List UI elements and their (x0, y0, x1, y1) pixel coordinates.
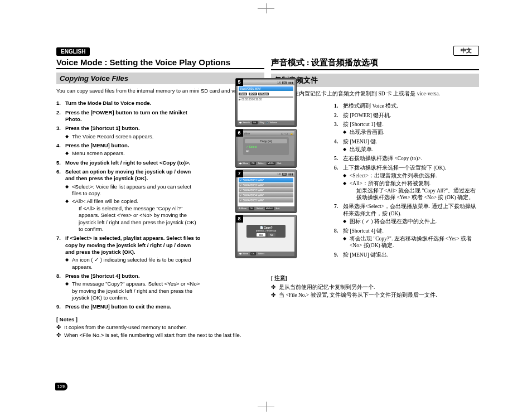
file-row: ✓ SWAV0001.WAV (239, 178, 293, 182)
steps-cn: 把模式调到 Voice 模式. 按 [POWER] 键开机. 按 [Shortc… (334, 103, 479, 258)
step-5: Move the joystick left / right to select… (56, 160, 201, 166)
subtitle-en: Copying Voice Files (56, 73, 264, 84)
notes-en: It copies from the currently-used memory… (56, 324, 264, 339)
shot-number: 8 (235, 215, 243, 223)
shot-number: 5 (235, 78, 243, 86)
intro-en: You can copy saved files from the intern… (56, 88, 264, 94)
no-button: No (268, 233, 275, 237)
lang-badge-en: ENGLISH (56, 47, 90, 56)
step-6: 上下拨动操纵杆来选择一个设置按下 (OK). <Select>：出现音频文件列表… (334, 165, 479, 201)
device-screenshots: 5 🎤 1/6 IN ▮▮▮ SWAV0001.WAV Mono 8KHz 64… (235, 78, 297, 258)
copy-menu: Copy (to) ✓ Select All (243, 137, 289, 155)
crop-mark-top (258, 3, 274, 13)
notes-head-en: [ Notes ] (56, 316, 264, 322)
step-1: Turn the Mode Dial to Voice mode. (56, 100, 201, 107)
step-9: Press the [MENU] button to exit the menu… (56, 303, 201, 310)
lang-badge-cn: 中文 (453, 46, 479, 56)
step-3: Press the [Shortcut 1] button. The Voice… (56, 125, 201, 140)
screenshot-8: 8 📄 Copy? (Internal -> External) Yes No … (235, 215, 297, 258)
screenshot-7: 7 🎤 1/6 IN▮▮▮ ✓ SWAV0001.WAV ✓ SWAV0002.… (235, 170, 297, 213)
file-row: ✓ SWAV0003.WAV (239, 188, 293, 192)
intro-cn: 可以把存在内置记忆卡上的音频文件复制到 SD 卡 上或者是 vice-versa… (271, 90, 479, 97)
crop-mark-bottom (258, 402, 274, 412)
steps-en: Turn the Mode Dial to Voice mode. Press … (56, 100, 201, 310)
notes-head-cn: [ 注意] (271, 275, 479, 282)
file-row: ✓ SWAV0002.WAV (239, 183, 293, 187)
screenshot-5: 5 🎤 1/6 IN ▮▮▮ SWAV0001.WAV Mono 8KHz 64… (235, 78, 297, 127)
step-6: Select an option by moving the joystick … (56, 168, 201, 233)
step-2: 按 [POWER] 键开机. (334, 112, 479, 119)
step-4: 按 [MENU] 键. 出现菜单. (334, 138, 479, 153)
file-row: SWAV0001.WAV (239, 86, 293, 91)
shot-number: 7 (235, 170, 243, 177)
step-8: 按 [Shortcut 4] 键. 将会出现 "Copy?". 左右移动操纵杆选… (334, 228, 479, 249)
step-5: 左右拨动操纵杆选择 <Copy (to)>. (334, 155, 479, 162)
step-1: 把模式调到 Voice 模式. (334, 103, 479, 109)
step-8: Press the [Shortcut 4] button. The messa… (56, 273, 201, 301)
file-row: ✓ SWAV0005.WAV (239, 198, 293, 202)
copy-popup: 📄 Copy? (Internal -> External) Yes No (246, 225, 286, 238)
page-number: 128 (55, 383, 67, 390)
subtitle-cn: 复制音频文件 (271, 74, 479, 87)
notes-cn: 是从当前使用的记忆卡复制到另外一个. 当 <File No.> 被设置, 文件编… (271, 284, 479, 299)
step-4: Press the [MENU] button. Menu screen app… (56, 142, 201, 157)
shot-number: 6 (235, 129, 243, 137)
step-3: 按 [Shortcut 1] 键. 出现录音画面. (334, 121, 479, 136)
title-en: Voice Mode : Setting the Voice Play Opti… (56, 57, 264, 69)
step-2: Press the [POWER] button to turn on the … (56, 109, 201, 123)
step-7: 如果选择<Select>，会出现播放菜单. 通过上下拨动操纵杆来选择文件，按 (… (334, 203, 479, 225)
page-chinese: 中文 声音模式 : 设置音频播放选项 复制音频文件 可以把存在内置记忆卡上的音频… (268, 46, 482, 375)
step-7: If <Select> is selected, playlist appear… (56, 235, 201, 271)
yes-button: Yes (257, 233, 265, 237)
file-row: ✓ SWAV0004.WAV (239, 193, 293, 197)
title-cn: 声音模式 : 设置音频播放选项 (271, 57, 479, 70)
screenshot-6: 6 🎤Voice ◻ · ◻ · 🔒 Copy (to) ✓ Select Al… (235, 129, 297, 168)
step-9: 按 [MENU] 键退出. (334, 252, 479, 258)
